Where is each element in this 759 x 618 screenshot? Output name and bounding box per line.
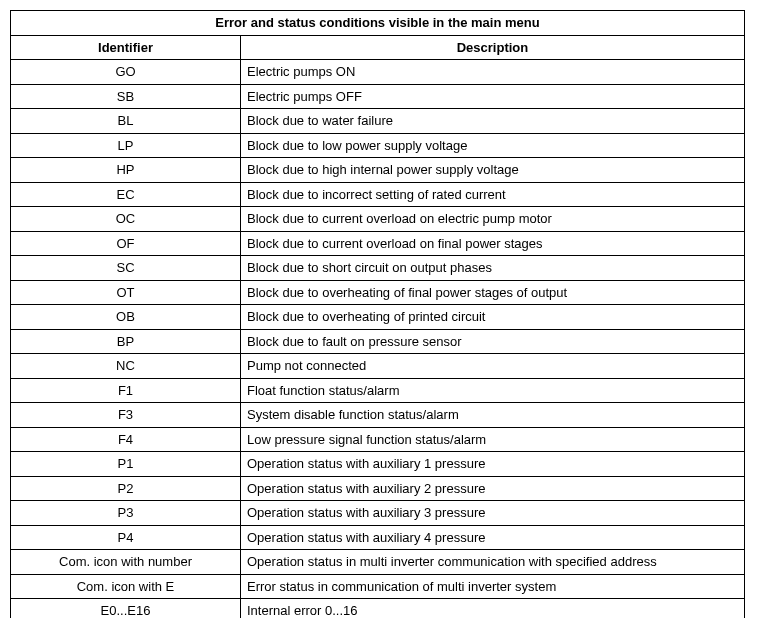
cell-description: Electric pumps OFF [241,84,745,109]
cell-identifier: HP [11,158,241,183]
table-row: SBElectric pumps OFF [11,84,745,109]
cell-identifier: EC [11,182,241,207]
cell-description: Operation status with auxiliary 3 pressu… [241,501,745,526]
table-row: BPBlock due to fault on pressure sensor [11,329,745,354]
table-row: P1Operation status with auxiliary 1 pres… [11,452,745,477]
error-status-table: Error and status conditions visible in t… [10,10,745,618]
table-row: LPBlock due to low power supply voltage [11,133,745,158]
cell-description: Operation status in multi inverter commu… [241,550,745,575]
cell-description: Pump not connected [241,354,745,379]
cell-description: Block due to overheating of final power … [241,280,745,305]
table-row: OFBlock due to current overload on final… [11,231,745,256]
cell-identifier: BP [11,329,241,354]
table-header-row: Identifier Description [11,35,745,60]
cell-identifier: P4 [11,525,241,550]
table-row: F1Float function status/alarm [11,378,745,403]
cell-identifier: E0...E16 [11,599,241,619]
table-body: GOElectric pumps ONSBElectric pumps OFFB… [11,60,745,619]
cell-description: Operation status with auxiliary 2 pressu… [241,476,745,501]
table-row: F4Low pressure signal function status/al… [11,427,745,452]
table-row: OTBlock due to overheating of final powe… [11,280,745,305]
header-identifier: Identifier [11,35,241,60]
cell-description: Block due to overheating of printed circ… [241,305,745,330]
table-row: OCBlock due to current overload on elect… [11,207,745,232]
cell-description: Operation status with auxiliary 4 pressu… [241,525,745,550]
cell-description: Electric pumps ON [241,60,745,85]
cell-identifier: OB [11,305,241,330]
cell-description: Block due to short circuit on output pha… [241,256,745,281]
cell-identifier: Com. icon with number [11,550,241,575]
cell-description: Float function status/alarm [241,378,745,403]
cell-identifier: P1 [11,452,241,477]
table-row: P3Operation status with auxiliary 3 pres… [11,501,745,526]
table-row: OBBlock due to overheating of printed ci… [11,305,745,330]
cell-description: Block due to water failure [241,109,745,134]
cell-description: Low pressure signal function status/alar… [241,427,745,452]
cell-description: Block due to incorrect setting of rated … [241,182,745,207]
cell-description: System disable function status/alarm [241,403,745,428]
table-row: SCBlock due to short circuit on output p… [11,256,745,281]
cell-description: Error status in communication of multi i… [241,574,745,599]
table-row: NCPump not connected [11,354,745,379]
cell-identifier: F1 [11,378,241,403]
cell-identifier: P2 [11,476,241,501]
table-row: HPBlock due to high internal power suppl… [11,158,745,183]
cell-description: Block due to fault on pressure sensor [241,329,745,354]
table-row: GOElectric pumps ON [11,60,745,85]
cell-description: Operation status with auxiliary 1 pressu… [241,452,745,477]
table-row: Com. icon with EError status in communic… [11,574,745,599]
header-description: Description [241,35,745,60]
cell-description: Internal error 0...16 [241,599,745,619]
table-row: ECBlock due to incorrect setting of rate… [11,182,745,207]
table-row: E0...E16Internal error 0...16 [11,599,745,619]
cell-description: Block due to high internal power supply … [241,158,745,183]
table-title-row: Error and status conditions visible in t… [11,11,745,36]
cell-identifier: F3 [11,403,241,428]
cell-identifier: F4 [11,427,241,452]
cell-identifier: OT [11,280,241,305]
cell-identifier: P3 [11,501,241,526]
cell-identifier: NC [11,354,241,379]
table-row: P4Operation status with auxiliary 4 pres… [11,525,745,550]
table-row: Com. icon with numberOperation status in… [11,550,745,575]
cell-identifier: OC [11,207,241,232]
cell-identifier: BL [11,109,241,134]
cell-identifier: LP [11,133,241,158]
cell-description: Block due to current overload on electri… [241,207,745,232]
cell-identifier: Com. icon with E [11,574,241,599]
cell-description: Block due to current overload on final p… [241,231,745,256]
cell-identifier: SC [11,256,241,281]
cell-description: Block due to low power supply voltage [241,133,745,158]
cell-identifier: OF [11,231,241,256]
table-row: BLBlock due to water failure [11,109,745,134]
cell-identifier: SB [11,84,241,109]
cell-identifier: GO [11,60,241,85]
table-row: F3System disable function status/alarm [11,403,745,428]
table-title: Error and status conditions visible in t… [11,11,745,36]
table-row: P2Operation status with auxiliary 2 pres… [11,476,745,501]
